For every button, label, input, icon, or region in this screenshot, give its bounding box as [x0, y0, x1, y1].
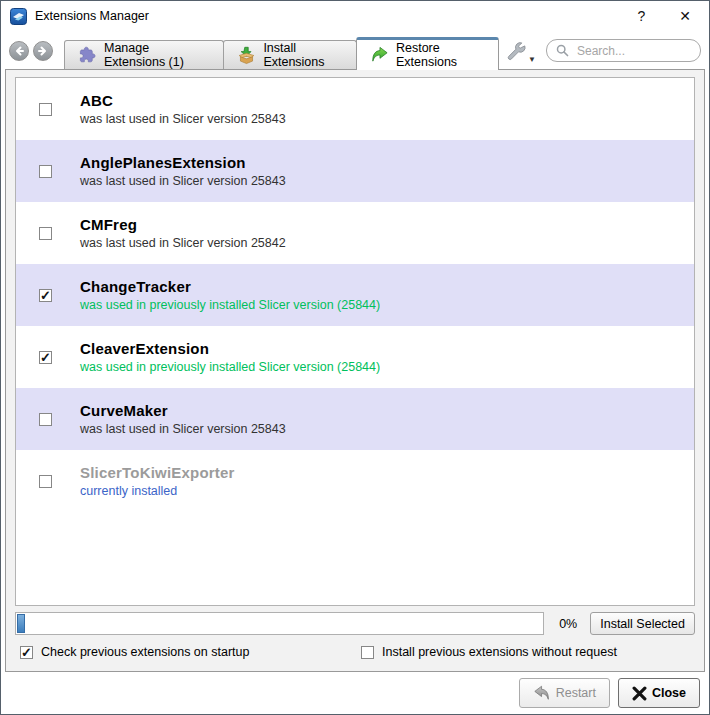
- extension-row[interactable]: AnglePlanesExtension was last used in Sl…: [16, 140, 694, 202]
- extension-name: ABC: [80, 92, 286, 109]
- extension-row[interactable]: SlicerToKiwiExporter currently installed: [16, 450, 694, 512]
- extension-row[interactable]: ✓ CleaverExtension was used in previousl…: [16, 326, 694, 388]
- tab-label: Manage Extensions (1): [104, 41, 210, 69]
- extension-status: was last used in Slicer version 25843: [80, 422, 286, 436]
- progress-row: 0% Install Selected: [15, 612, 695, 635]
- install-selected-button[interactable]: Install Selected: [590, 612, 695, 635]
- search-input[interactable]: [575, 43, 691, 59]
- extension-status: was last used in Slicer version 25843: [80, 112, 286, 126]
- extension-row[interactable]: ✓ ChangeTracker was used in previously i…: [16, 264, 694, 326]
- tab-manage-extensions[interactable]: Manage Extensions (1): [64, 40, 224, 69]
- option-checkbox[interactable]: [361, 646, 374, 659]
- option-item: ✓ Check previous extensions on startup: [20, 645, 361, 659]
- extension-checkbox[interactable]: ✓: [39, 289, 52, 302]
- extension-name: CMFreg: [80, 216, 286, 233]
- extension-name: ChangeTracker: [80, 278, 380, 295]
- extension-list: ABC was last used in Slicer version 2584…: [15, 77, 695, 606]
- search-box[interactable]: [546, 39, 701, 62]
- extension-status: was last used in Slicer version 25843: [80, 174, 286, 188]
- extension-name: SlicerToKiwiExporter: [80, 464, 235, 481]
- extension-checkbox[interactable]: [39, 413, 52, 426]
- restore-arrow-icon: [370, 45, 389, 64]
- extension-name: CleaverExtension: [80, 340, 380, 357]
- extension-name: CurveMaker: [80, 402, 286, 419]
- extension-text: ABC was last used in Slicer version 2584…: [80, 92, 286, 126]
- chevron-down-icon: ▼: [528, 55, 536, 64]
- tab-label: Install Extensions: [263, 41, 343, 69]
- extension-checkbox[interactable]: [39, 227, 52, 240]
- restart-arrow-icon: [533, 684, 551, 702]
- extension-name: AnglePlanesExtension: [80, 154, 286, 171]
- tab-label: Restore Extensions: [396, 41, 485, 69]
- tools-menu-button[interactable]: ▼: [506, 41, 536, 62]
- history-back-button[interactable]: [9, 41, 29, 61]
- tab-bar: Manage Extensions (1) Install Extensions…: [64, 37, 498, 69]
- extension-row[interactable]: ABC was last used in Slicer version 2584…: [16, 78, 694, 140]
- extension-text: CurveMaker was last used in Slicer versi…: [80, 402, 286, 436]
- extension-status: was used in previously installed Slicer …: [80, 360, 380, 374]
- option-label: Install previous extensions without requ…: [382, 645, 617, 659]
- extension-text: ChangeTracker was used in previously ins…: [80, 278, 380, 312]
- extension-text: CleaverExtension was used in previously …: [80, 340, 380, 374]
- footer: Restart Close: [1, 672, 709, 714]
- close-button[interactable]: Close: [618, 678, 700, 708]
- arrow-right-icon: [37, 45, 49, 57]
- tab-restore-extensions[interactable]: Restore Extensions: [356, 37, 499, 70]
- option-label: Check previous extensions on startup: [41, 645, 249, 659]
- wrench-icon: [506, 41, 527, 62]
- restore-extensions-pane: ABC was last used in Slicer version 2584…: [5, 69, 705, 672]
- extension-status: was used in previously installed Slicer …: [80, 298, 380, 312]
- extension-row[interactable]: CMFreg was last used in Slicer version 2…: [16, 202, 694, 264]
- options-row: ✓ Check previous extensions on startup I…: [15, 642, 695, 662]
- extension-checkbox[interactable]: ✓: [39, 351, 52, 364]
- restart-button[interactable]: Restart: [519, 678, 610, 708]
- extension-status: currently installed: [80, 484, 235, 498]
- option-checkbox[interactable]: ✓: [20, 646, 33, 659]
- arrow-left-icon: [13, 45, 25, 57]
- search-icon: [556, 44, 569, 57]
- help-button[interactable]: ?: [631, 1, 651, 31]
- tab-install-extensions[interactable]: Install Extensions: [223, 40, 357, 69]
- slicer-logo-icon: [10, 8, 27, 25]
- progress-fill: [17, 614, 25, 633]
- window-title: Extensions Manager: [35, 9, 149, 23]
- extension-text: AnglePlanesExtension was last used in Sl…: [80, 154, 286, 188]
- option-item: Install previous extensions without requ…: [361, 645, 617, 659]
- extension-row[interactable]: CurveMaker was last used in Slicer versi…: [16, 388, 694, 450]
- history-forward-button[interactable]: [33, 41, 53, 61]
- close-x-icon: [632, 686, 647, 701]
- window-close-button[interactable]: ✕: [673, 1, 697, 31]
- extension-checkbox[interactable]: [39, 103, 52, 116]
- extension-checkbox[interactable]: [39, 165, 52, 178]
- restart-label: Restart: [556, 686, 596, 700]
- extension-text: SlicerToKiwiExporter currently installed: [80, 464, 235, 498]
- extension-text: CMFreg was last used in Slicer version 2…: [80, 216, 286, 250]
- extension-checkbox[interactable]: [39, 475, 52, 488]
- title-bar: Extensions Manager ? ✕: [1, 1, 709, 31]
- extensions-manager-window: Extensions Manager ? ✕ Manage Extensions…: [0, 0, 710, 715]
- install-box-icon: [237, 46, 256, 65]
- extension-status: was last used in Slicer version 25842: [80, 236, 286, 250]
- close-label: Close: [652, 686, 686, 700]
- toolbar: Manage Extensions (1) Install Extensions…: [1, 31, 709, 69]
- progress-percent-label: 0%: [552, 617, 584, 631]
- install-progress-bar: [15, 612, 544, 635]
- puzzle-icon: [78, 46, 97, 65]
